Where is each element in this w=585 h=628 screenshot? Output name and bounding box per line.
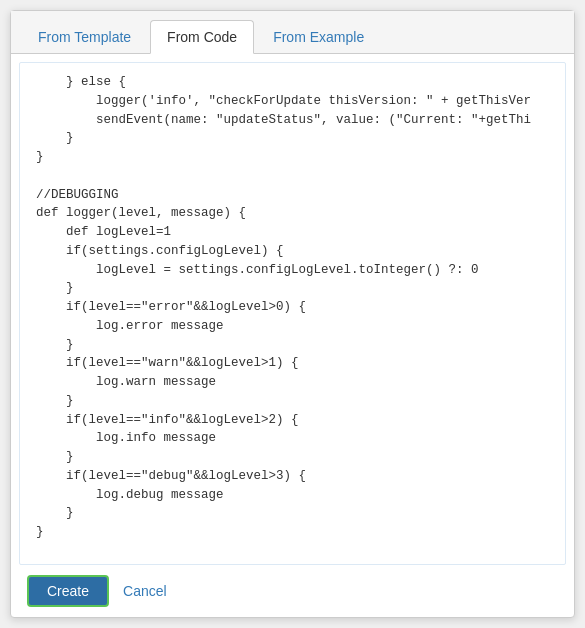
code-content: } else { logger('info', "checkForUpdate … [36, 73, 549, 542]
tab-from-example[interactable]: From Example [256, 20, 381, 54]
tab-from-code[interactable]: From Code [150, 20, 254, 54]
tab-from-template[interactable]: From Template [21, 20, 148, 54]
tab-bar: From Template From Code From Example [11, 11, 574, 54]
cancel-button[interactable]: Cancel [119, 577, 171, 605]
footer: Create Cancel [11, 565, 574, 617]
dialog: From Template From Code From Example } e… [10, 10, 575, 618]
create-button[interactable]: Create [27, 575, 109, 607]
code-editor[interactable]: } else { logger('info', "checkForUpdate … [19, 62, 566, 565]
